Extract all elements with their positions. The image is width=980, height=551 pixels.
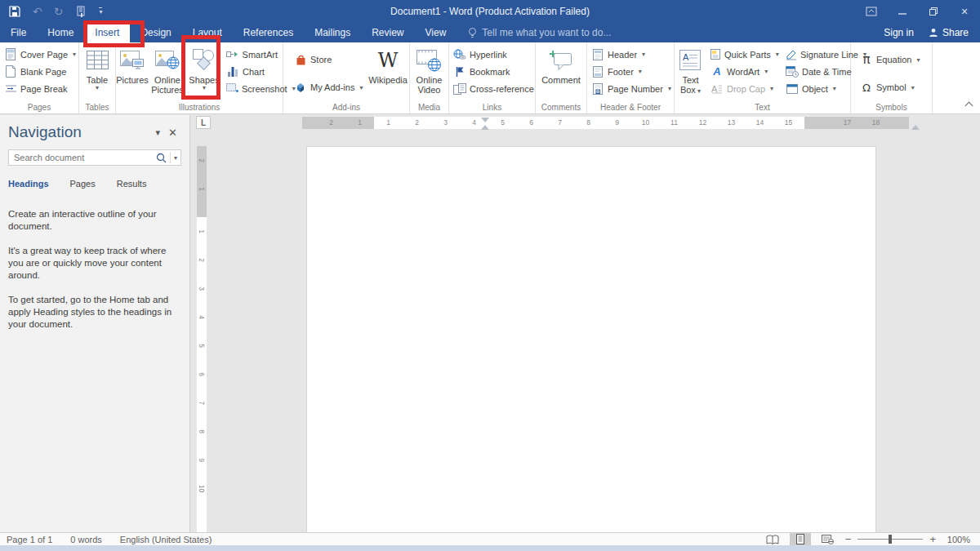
group-label-symbols: Symbols (851, 102, 932, 113)
navigation-options-icon[interactable]: ▾ (152, 127, 165, 138)
search-options-icon[interactable]: ▾ (174, 154, 177, 162)
blank-page-button[interactable]: Blank Page (2, 63, 78, 80)
nav-tab-pages[interactable]: Pages (70, 179, 96, 189)
tab-stop-selector[interactable]: L (196, 116, 211, 129)
blank-page-icon (4, 65, 17, 78)
store-button[interactable]: Store (292, 51, 366, 69)
cover-page-button[interactable]: Cover Page (2, 46, 78, 63)
navigation-close-icon[interactable]: ✕ (164, 127, 181, 139)
tab-file[interactable]: File (0, 23, 37, 42)
ruler-number: 15 (774, 117, 803, 129)
symbol-button[interactable]: Ω Symbol (858, 79, 922, 96)
zoom-slider-thumb[interactable] (889, 535, 892, 544)
screenshot-button[interactable]: Screenshot (224, 80, 280, 97)
print-layout-icon[interactable] (790, 533, 811, 545)
online-pictures-button[interactable]: Online Pictures (149, 45, 186, 102)
tell-me-label: Tell me what you want to do... (482, 27, 611, 38)
nav-tab-headings[interactable]: Headings (8, 179, 49, 189)
zoom-level[interactable]: 100% (942, 535, 970, 544)
minimize-button[interactable] (887, 1, 918, 22)
read-mode-icon[interactable] (762, 533, 783, 545)
shapes-button[interactable]: Shapes ▾ (186, 45, 222, 102)
save-icon[interactable] (8, 5, 21, 18)
drop-cap-button[interactable]: A Drop Cap (708, 80, 780, 97)
ribbon-display-options-icon[interactable] (856, 1, 887, 22)
tab-references[interactable]: References (233, 23, 304, 42)
chart-button[interactable]: Chart (224, 63, 280, 80)
tell-me-box[interactable]: Tell me what you want to do... (468, 23, 611, 42)
share-button[interactable]: Share (929, 27, 969, 38)
collapse-ribbon-icon[interactable] (965, 102, 973, 110)
signature-line-button[interactable]: Signature Line (783, 46, 849, 63)
search-box[interactable]: ▾ (8, 149, 181, 166)
page-number-button[interactable]: Page Number (589, 80, 674, 97)
quick-parts-button[interactable]: Quick Parts (708, 46, 780, 63)
page-break-button[interactable]: Page Break (2, 80, 78, 97)
tab-view[interactable]: View (415, 23, 457, 42)
footer-icon (591, 66, 604, 78)
pictures-button[interactable]: Pictures (116, 45, 149, 102)
cross-reference-button[interactable]: Cross-reference (451, 80, 537, 97)
ribbon-group-links: Hyperlink Bookmark Cross-reference Links (449, 42, 536, 113)
my-addins-icon (294, 82, 307, 93)
tab-design[interactable]: Design (130, 23, 181, 42)
smartart-button[interactable]: SmartArt (224, 46, 280, 63)
close-button[interactable]: × (949, 1, 980, 22)
word-count[interactable]: 0 words (70, 535, 102, 544)
bookmark-icon (453, 66, 466, 78)
date-time-button[interactable]: Date & Time (783, 63, 849, 80)
first-line-indent-marker[interactable] (481, 118, 489, 122)
comment-button[interactable]: Comment (540, 45, 582, 102)
tab-review[interactable]: Review (361, 23, 414, 42)
symbol-icon: Ω (862, 82, 871, 94)
hanging-indent-marker[interactable] (481, 125, 489, 130)
touch-mode-icon[interactable] (74, 5, 87, 18)
document-page[interactable] (306, 146, 876, 532)
sign-in-link[interactable]: Sign in (884, 27, 914, 38)
vertical-ruler[interactable]: 21 12345678910 (197, 146, 207, 532)
tab-layout[interactable]: Layout (182, 23, 233, 42)
footer-button[interactable]: Footer (589, 63, 674, 80)
page-indicator[interactable]: Page 1 of 1 (7, 535, 52, 544)
restore-button[interactable] (918, 1, 949, 22)
object-button[interactable]: Object (783, 80, 849, 97)
search-icon[interactable] (156, 153, 167, 163)
ruler-number: 1 (197, 227, 207, 237)
wordart-icon: A (710, 65, 724, 78)
horizontal-ruler[interactable]: 21 123456789101112131415 1718 (302, 117, 909, 129)
bookmark-button[interactable]: Bookmark (451, 63, 537, 80)
ruler-number: 3 (431, 117, 460, 129)
right-indent-marker[interactable] (911, 125, 920, 130)
zoom-in-button[interactable]: + (929, 533, 936, 545)
chart-icon (226, 66, 239, 77)
zoom-slider[interactable] (858, 539, 923, 540)
online-video-button[interactable]: Online Video (415, 45, 444, 102)
lightbulb-icon (468, 27, 477, 39)
equation-button[interactable]: π Equation (858, 51, 922, 69)
ruler-number: 10 (197, 484, 207, 494)
wikipedia-button[interactable]: W Wikipedia (368, 45, 408, 102)
wordart-button[interactable]: A WordArt (708, 63, 780, 80)
tab-home[interactable]: Home (37, 23, 84, 42)
customize-quick-access-icon[interactable]: ▾ (99, 7, 102, 16)
ruler-number: 7 (546, 117, 574, 129)
header-button[interactable]: Header (589, 46, 674, 63)
my-addins-button[interactable]: My Add-ins (292, 79, 366, 96)
shapes-icon (192, 47, 216, 73)
text-box-button[interactable]: A Text Box ▾ (675, 45, 706, 102)
web-layout-icon[interactable] (817, 533, 839, 545)
tab-insert[interactable]: Insert (84, 23, 130, 42)
redo-icon[interactable]: ↻ (54, 5, 64, 18)
ruler-number: 2 (317, 117, 345, 129)
zoom-out-button[interactable]: − (845, 533, 852, 545)
nav-tab-results[interactable]: Results (117, 179, 147, 189)
search-input[interactable] (14, 153, 156, 162)
hyperlink-button[interactable]: Hyperlink (451, 46, 537, 63)
ruler-number: 1 (374, 117, 403, 129)
table-button[interactable]: Table ▾ (85, 45, 110, 102)
undo-icon[interactable]: ↶ (33, 5, 42, 18)
tab-mailings[interactable]: Mailings (304, 23, 361, 42)
language-indicator[interactable]: English (United States) (120, 535, 212, 544)
navigation-help-text: Create an interactive outline of your do… (8, 208, 181, 331)
ruler-number: 6 (517, 117, 546, 129)
